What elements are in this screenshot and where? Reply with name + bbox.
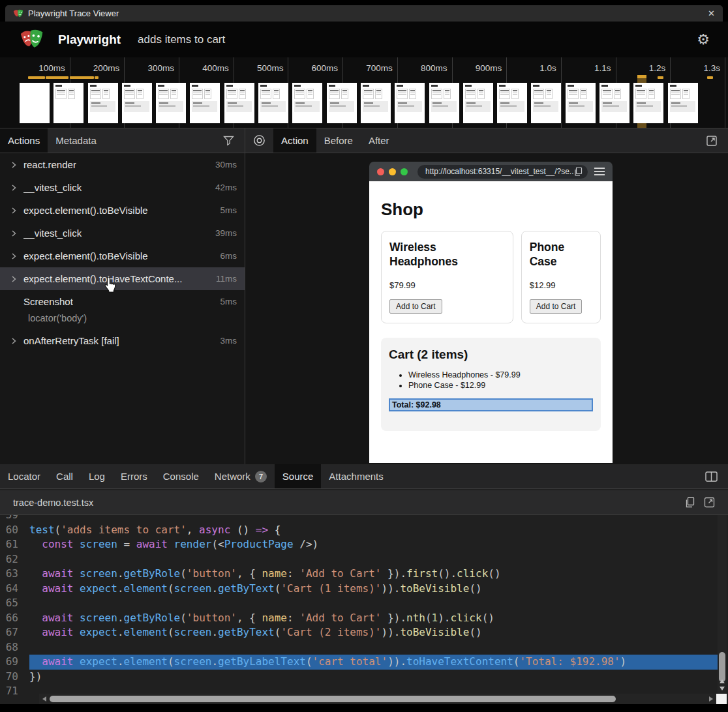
timeline-screenshot-thumbnail[interactable] bbox=[361, 83, 391, 123]
tab-errors[interactable]: Errors bbox=[113, 464, 155, 488]
timeline-tick-label: 100ms bbox=[38, 63, 65, 73]
browser-url-text: http://localhost:63315/__vitest_test__/?… bbox=[425, 167, 574, 176]
action-row-react-render[interactable]: react.render30ms bbox=[0, 153, 245, 176]
close-window-button[interactable]: ✕ bbox=[708, 8, 715, 18]
action-row-expect-element-tobevisible[interactable]: expect.element().toBeVisible5ms bbox=[0, 199, 245, 222]
timeline-screenshot-thumbnail[interactable] bbox=[327, 83, 357, 123]
timeline-screenshot-thumbnail[interactable] bbox=[633, 83, 663, 123]
code-content bbox=[29, 596, 718, 611]
timeline-screenshot-thumbnail[interactable] bbox=[190, 83, 220, 123]
line-number: 59 bbox=[0, 515, 29, 523]
pick-locator-target-icon[interactable] bbox=[245, 128, 273, 153]
line-number: 63 bbox=[0, 567, 29, 582]
browser-url-bar[interactable]: http://localhost:63315/__vitest_test__/?… bbox=[417, 165, 588, 179]
window-titlebar[interactable]: Playwright Trace Viewer ✕ bbox=[5, 5, 723, 22]
chevron-right-icon[interactable] bbox=[9, 336, 23, 346]
code-vertical-scrollbar[interactable] bbox=[718, 515, 727, 694]
timeline-screenshot-thumbnail[interactable] bbox=[292, 83, 322, 123]
split-columns-icon[interactable] bbox=[698, 464, 728, 488]
source-file-bar: trace-demo.test.tsx bbox=[0, 490, 728, 515]
tab-network[interactable]: Network7 bbox=[207, 464, 275, 488]
product-name: Phone Case bbox=[530, 241, 592, 269]
code-line-66[interactable]: 66 await screen.getByRole('button', { na… bbox=[0, 611, 718, 626]
browser-menu-icon[interactable] bbox=[594, 168, 605, 175]
action-row-expect-element-tohavetextconte-[interactable]: expect.element().toHaveTextConte...11ms bbox=[0, 267, 245, 290]
code-line-59[interactable]: 59 bbox=[0, 515, 718, 523]
scroll-up-arrow-icon[interactable] bbox=[720, 679, 725, 683]
timeline-screenshot-thumbnail[interactable] bbox=[53, 83, 83, 123]
chevron-right-icon[interactable] bbox=[9, 229, 23, 238]
timeline-screenshot-thumbnail[interactable] bbox=[88, 83, 118, 123]
chevron-right-icon[interactable] bbox=[9, 206, 23, 215]
product-name: Wireless Headphones bbox=[389, 241, 505, 269]
code-line-60[interactable]: 60test('adds items to cart', async () =>… bbox=[0, 523, 718, 538]
timeline-screenshot-thumbnail[interactable] bbox=[599, 83, 629, 123]
vertical-scroll-thumb[interactable] bbox=[719, 652, 725, 682]
add-to-cart-button[interactable]: Add to Cart bbox=[389, 299, 442, 314]
network-count-badge: 7 bbox=[255, 471, 267, 482]
horizontal-scroll-thumb[interactable] bbox=[50, 696, 616, 702]
scroll-down-arrow-icon[interactable] bbox=[720, 687, 725, 690]
scroll-left-arrow-icon[interactable] bbox=[42, 696, 46, 702]
product-card: Wireless Headphones$79.99Add to Cart bbox=[381, 231, 513, 323]
action-row-expect-element-tobevisible[interactable]: expect.element().toBeVisible6ms bbox=[0, 245, 245, 267]
action-row--vitest-click[interactable]: __vitest_click39ms bbox=[0, 222, 245, 245]
tab-call[interactable]: Call bbox=[48, 464, 81, 488]
open-snapshot-external-icon[interactable] bbox=[699, 128, 728, 153]
chevron-right-icon[interactable] bbox=[9, 252, 23, 261]
trace-timeline[interactable]: 100ms200ms300ms400ms500ms600ms700ms800ms… bbox=[0, 57, 728, 128]
code-line-68[interactable]: 68 bbox=[0, 640, 718, 655]
timeline-screenshot-thumbnail[interactable] bbox=[20, 83, 50, 123]
timeline-tick-label: 1.0s bbox=[539, 63, 556, 73]
code-line-70[interactable]: 70}) bbox=[0, 670, 718, 685]
code-line-61[interactable]: 61 const screen = await render(<ProductP… bbox=[0, 537, 718, 552]
timeline-screenshot-thumbnail[interactable] bbox=[258, 83, 288, 123]
tab-locator[interactable]: Locator bbox=[0, 464, 48, 488]
code-line-62[interactable]: 62 bbox=[0, 552, 718, 567]
timeline-screenshot-thumbnail[interactable] bbox=[395, 83, 425, 123]
tab-after[interactable]: After bbox=[361, 128, 397, 153]
code-line-65[interactable]: 65 bbox=[0, 596, 718, 611]
chevron-right-icon[interactable] bbox=[9, 274, 23, 284]
tab-label: Locator bbox=[8, 471, 40, 482]
code-content bbox=[29, 515, 718, 523]
open-source-external-icon[interactable] bbox=[704, 497, 715, 508]
tab-actions[interactable]: Actions bbox=[0, 128, 48, 153]
line-number: 68 bbox=[0, 640, 29, 655]
filter-icon[interactable] bbox=[216, 128, 245, 153]
timeline-screenshot-thumbnail[interactable] bbox=[497, 83, 527, 123]
tab-metadata[interactable]: Metadata bbox=[48, 128, 104, 153]
timeline-screenshot-thumbnail[interactable] bbox=[122, 83, 152, 123]
tab-action[interactable]: Action bbox=[273, 128, 316, 153]
scroll-right-arrow-icon[interactable] bbox=[709, 696, 713, 702]
action-row-onafterretrytask-fail-[interactable]: onAfterRetryTask [fail]3ms bbox=[0, 329, 245, 352]
code-line-64[interactable]: 64 await expect.element(screen.getByText… bbox=[0, 582, 718, 597]
timeline-screenshot-thumbnail[interactable] bbox=[429, 83, 459, 123]
timeline-screenshot-thumbnail[interactable] bbox=[566, 83, 596, 123]
copy-source-icon[interactable] bbox=[685, 497, 695, 508]
action-row--vitest-click[interactable]: __vitest_click42ms bbox=[0, 176, 245, 199]
timeline-screenshot-thumbnail[interactable] bbox=[156, 83, 186, 123]
add-to-cart-button[interactable]: Add to Cart bbox=[530, 299, 583, 314]
action-duration: 5ms bbox=[215, 297, 237, 306]
code-line-67[interactable]: 67 await expect.element(screen.getByText… bbox=[0, 625, 718, 640]
code-horizontal-scrollbar[interactable] bbox=[39, 694, 716, 704]
code-line-63[interactable]: 63 await screen.getByRole('button', { na… bbox=[0, 567, 718, 582]
tab-console[interactable]: Console bbox=[155, 464, 207, 488]
action-row-screenshot[interactable]: Screenshot5ms bbox=[0, 290, 245, 313]
settings-gear-icon[interactable]: ⚙ bbox=[697, 31, 710, 48]
timeline-screenshot-thumbnail[interactable] bbox=[531, 83, 561, 123]
timeline-screenshot-thumbnail[interactable] bbox=[668, 83, 698, 123]
code-line-69[interactable]: 69 await expect.element(screen.getByLabe… bbox=[0, 655, 718, 670]
tab-before[interactable]: Before bbox=[316, 128, 361, 153]
copy-url-icon[interactable] bbox=[574, 167, 583, 176]
chevron-right-icon[interactable] bbox=[9, 160, 23, 170]
tab-log[interactable]: Log bbox=[81, 464, 113, 488]
timeline-screenshot-thumbnail[interactable] bbox=[224, 83, 254, 123]
chevron-right-icon[interactable] bbox=[9, 183, 23, 192]
tab-source[interactable]: Source bbox=[275, 464, 322, 488]
timeline-screenshot-thumbnail[interactable] bbox=[463, 83, 493, 123]
product-list: Wireless Headphones$79.99Add to CartPhon… bbox=[381, 231, 601, 323]
tab-attachments[interactable]: Attachments bbox=[321, 464, 391, 488]
source-code-view[interactable]: 5960test('adds items to cart', async () … bbox=[0, 515, 718, 702]
